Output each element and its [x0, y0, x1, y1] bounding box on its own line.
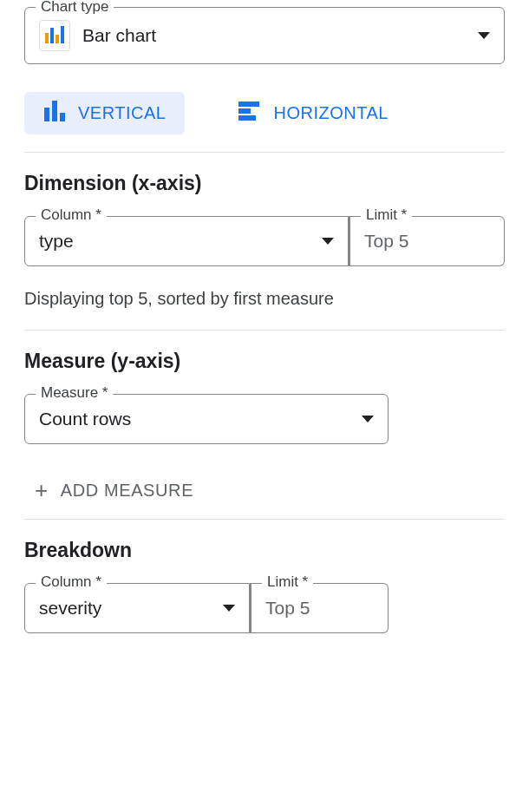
measure-heading: Measure (y-axis): [24, 350, 505, 373]
measure-select[interactable]: Measure * Count rows: [24, 394, 389, 444]
dimension-limit-legend: Limit *: [361, 206, 412, 224]
svg-rect-6: [60, 113, 65, 121]
svg-rect-7: [238, 102, 259, 107]
tab-horizontal[interactable]: HORIZONTAL: [219, 92, 407, 134]
chevron-down-icon: [223, 605, 235, 612]
dimension-column-select[interactable]: Column * type: [24, 216, 349, 266]
breakdown-column-select[interactable]: Column * severity: [24, 583, 250, 633]
svg-rect-1: [50, 28, 54, 43]
svg-rect-9: [238, 115, 256, 121]
dimension-column-value: type: [39, 231, 313, 252]
dimension-helper-text: Displaying top 5, sorted by first measur…: [24, 289, 505, 309]
vertical-bars-icon: [43, 101, 66, 126]
breakdown-limit-legend: Limit *: [262, 573, 313, 591]
divider: [24, 519, 505, 520]
divider: [24, 152, 505, 153]
svg-rect-4: [44, 108, 49, 121]
svg-rect-8: [238, 108, 251, 114]
breakdown-limit-select[interactable]: Limit * Top 5: [250, 583, 389, 633]
horizontal-bars-icon: [238, 102, 261, 125]
bar-chart-icon: [39, 20, 70, 51]
tab-vertical[interactable]: VERTICAL: [24, 92, 185, 134]
tab-horizontal-label: HORIZONTAL: [273, 103, 388, 123]
breakdown-limit-value: Top 5: [265, 598, 374, 619]
breakdown-column-value: severity: [39, 598, 214, 619]
dimension-column-legend: Column *: [36, 206, 107, 224]
measure-legend: Measure *: [36, 384, 113, 402]
breakdown-column-legend: Column *: [36, 573, 107, 591]
chart-type-value: Bar chart: [82, 25, 466, 46]
dimension-heading: Dimension (x-axis): [24, 172, 505, 195]
svg-rect-5: [52, 101, 57, 121]
chevron-down-icon: [478, 32, 490, 39]
orientation-tabs: VERTICAL HORIZONTAL: [24, 92, 505, 134]
add-measure-label: ADD MEASURE: [61, 481, 193, 501]
plus-icon: +: [35, 479, 49, 501]
measure-value: Count rows: [39, 409, 353, 429]
tab-vertical-label: VERTICAL: [78, 103, 166, 123]
svg-rect-2: [56, 35, 59, 43]
breakdown-heading: Breakdown: [24, 539, 505, 562]
divider: [24, 330, 505, 331]
dimension-limit-value: Top 5: [364, 231, 490, 252]
svg-rect-3: [61, 26, 64, 43]
chevron-down-icon: [322, 238, 334, 245]
chart-type-select[interactable]: Chart type Bar chart: [24, 7, 505, 64]
svg-rect-0: [45, 33, 49, 43]
dimension-limit-select[interactable]: Limit * Top 5: [349, 216, 505, 266]
chart-type-legend: Chart type: [36, 0, 114, 16]
chevron-down-icon: [362, 416, 374, 422]
add-measure-button[interactable]: + ADD MEASURE: [35, 479, 505, 501]
